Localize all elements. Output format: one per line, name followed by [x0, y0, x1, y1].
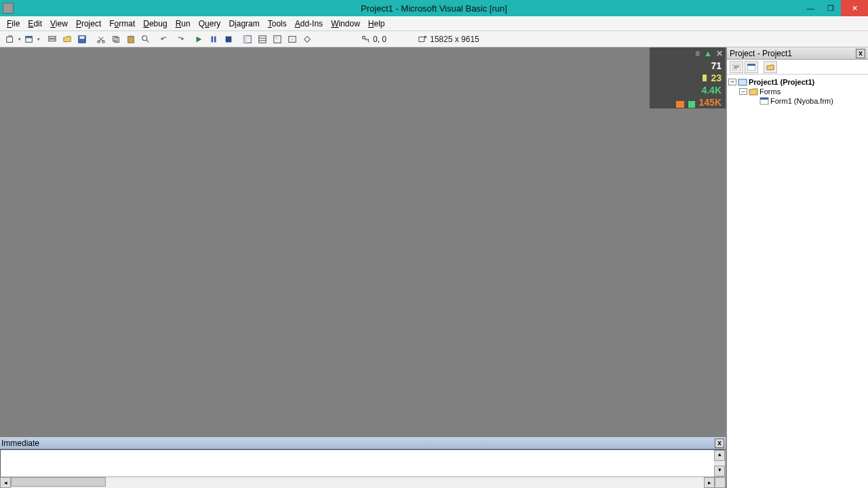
end-button[interactable]: [221, 33, 236, 46]
scroll-up-button[interactable]: ▴: [714, 450, 725, 461]
app-icon: [3, 3, 14, 14]
immediate-window: Immediate x ▴ ▾ ◂ ▸: [0, 436, 726, 488]
start-button[interactable]: [191, 33, 206, 46]
svg-rect-21: [275, 37, 278, 39]
copy-button[interactable]: [108, 33, 123, 46]
svg-rect-0: [7, 37, 13, 42]
add-form-button[interactable]: [22, 33, 37, 46]
object-browser-button[interactable]: [285, 33, 300, 46]
menu-help[interactable]: Help: [364, 18, 389, 30]
scroll-down-button[interactable]: ▾: [714, 466, 725, 476]
paste-button[interactable]: [123, 33, 138, 46]
menu-run[interactable]: Run: [172, 18, 195, 30]
scroll-corner: [715, 477, 726, 488]
svg-rect-19: [259, 35, 267, 43]
scroll-track[interactable]: [11, 477, 704, 488]
toolbar: ▾ ▾ 0, 0 15825 x 9615: [0, 31, 868, 47]
open-button[interactable]: [60, 33, 75, 46]
svg-rect-12: [129, 35, 132, 37]
size-indicator: 15825 x 9615: [412, 35, 485, 44]
menu-bar: File Edit View Project Format Debug Run …: [0, 16, 868, 31]
tree-project-label: Project1 (Project1): [749, 78, 814, 86]
menu-editor-button[interactable]: [45, 33, 60, 46]
expand-toggle[interactable]: –: [728, 79, 736, 85]
menu-diagram[interactable]: Diagram: [224, 18, 263, 30]
expand-toggle[interactable]: –: [739, 88, 747, 95]
find-button[interactable]: [138, 33, 153, 46]
menu-edit[interactable]: Edit: [24, 18, 46, 30]
svg-rect-24: [419, 37, 425, 41]
menu-format[interactable]: Format: [105, 18, 139, 30]
immediate-vscroll[interactable]: ▴ ▾: [714, 450, 725, 476]
svg-rect-15: [214, 36, 216, 42]
properties-button[interactable]: [255, 33, 270, 46]
menu-file[interactable]: File: [3, 18, 24, 30]
overlay-mem: 145K: [699, 97, 722, 108]
cut-button[interactable]: [94, 33, 108, 46]
menu-tools[interactable]: Tools: [264, 18, 291, 30]
project-explorer-header[interactable]: Project - Project1 x: [727, 47, 868, 60]
tree-project-root[interactable]: – Project1 (Project1): [728, 77, 867, 87]
svg-rect-3: [49, 36, 56, 38]
form-icon: [760, 97, 769, 105]
immediate-textarea[interactable]: ▴ ▾: [0, 449, 726, 477]
project-explorer-title: Project - Project1: [730, 49, 792, 58]
close-button[interactable]: ✕: [841, 0, 868, 16]
maximize-button[interactable]: ❐: [821, 0, 841, 16]
menu-debug[interactable]: Debug: [139, 18, 171, 30]
add-project-button[interactable]: [3, 33, 18, 46]
position-indicator: 0, 0: [355, 35, 392, 44]
immediate-close-button[interactable]: x: [715, 439, 724, 448]
position-icon: [361, 35, 370, 44]
minimize-button[interactable]: —: [800, 0, 821, 16]
menu-project[interactable]: Project: [72, 18, 105, 30]
overlay-menu-icon[interactable]: ≡: [695, 49, 700, 58]
form-layout-button[interactable]: [270, 33, 285, 46]
svg-rect-18: [244, 35, 247, 43]
project-tree[interactable]: – Project1 (Project1) – Forms Form1 (Nyo…: [727, 75, 868, 488]
menu-addins[interactable]: Add-Ins: [291, 18, 327, 30]
view-code-button[interactable]: [730, 61, 743, 73]
save-button[interactable]: [75, 33, 90, 46]
position-value: 0, 0: [373, 35, 387, 44]
tree-forms-folder[interactable]: – Forms: [739, 87, 867, 96]
immediate-title: Immediate: [1, 439, 39, 448]
svg-rect-6: [80, 36, 85, 39]
scroll-thumb[interactable]: [11, 477, 106, 487]
tree-form1-label: Form1 (Nyoba.frm): [770, 97, 833, 105]
work-area: ≡ ▲ ✕ 71 23 4.4K 145K Immediate x: [0, 47, 726, 488]
performance-overlay: ≡ ▲ ✕ 71 23 4.4K 145K: [650, 47, 726, 108]
size-icon: [418, 35, 427, 44]
add-form-dropdown[interactable]: ▾: [37, 37, 41, 42]
tree-form1[interactable]: Form1 (Nyoba.frm): [750, 96, 867, 106]
mdi-canvas[interactable]: ≡ ▲ ✕ 71 23 4.4K 145K: [0, 47, 726, 436]
svg-rect-4: [49, 39, 56, 41]
project-explorer-close-button[interactable]: x: [856, 49, 865, 58]
project-explorer-button[interactable]: [240, 33, 255, 46]
svg-rect-28: [738, 79, 747, 85]
immediate-hscroll[interactable]: ◂ ▸: [0, 477, 726, 488]
toolbox-button[interactable]: [300, 33, 315, 46]
immediate-header[interactable]: Immediate x: [0, 437, 726, 449]
overlay-collapse-icon[interactable]: ▲: [704, 49, 712, 58]
svg-rect-2: [26, 36, 33, 38]
overlay-net: 4.4K: [701, 85, 722, 96]
menu-query[interactable]: Query: [195, 18, 225, 30]
window-title: Project1 - Microsoft Visual Basic [run]: [361, 3, 507, 14]
undo-button[interactable]: [157, 33, 172, 46]
menu-view[interactable]: View: [46, 18, 72, 30]
size-value: 15825 x 9615: [430, 35, 479, 44]
overlay-bar-orange: [676, 101, 684, 108]
overlay-ms: 23: [711, 73, 722, 83]
svg-rect-30: [760, 98, 768, 100]
break-button[interactable]: [206, 33, 221, 46]
svg-rect-27: [747, 64, 755, 66]
toggle-folders-button[interactable]: [764, 61, 777, 73]
redo-button[interactable]: [172, 33, 187, 46]
overlay-close-icon[interactable]: ✕: [716, 49, 723, 58]
project-icon: [738, 78, 747, 86]
scroll-left-button[interactable]: ◂: [0, 477, 11, 488]
view-object-button[interactable]: [745, 61, 758, 73]
scroll-right-button[interactable]: ▸: [704, 477, 715, 488]
menu-window[interactable]: Window: [327, 18, 364, 30]
